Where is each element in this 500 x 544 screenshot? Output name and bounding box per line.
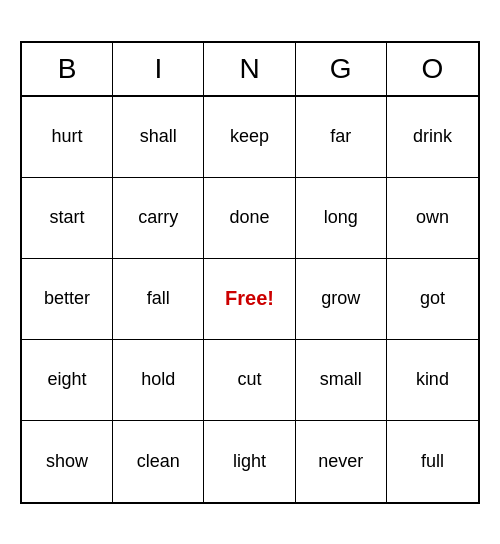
- header-letter: G: [296, 43, 387, 95]
- bingo-cell: small: [296, 340, 387, 420]
- header-letter: I: [113, 43, 204, 95]
- bingo-cell: better: [22, 259, 113, 339]
- bingo-cell: keep: [204, 97, 295, 177]
- bingo-body: hurtshallkeepfardrinkstartcarrydonelongo…: [22, 97, 478, 502]
- bingo-cell: full: [387, 421, 478, 502]
- header-letter: N: [204, 43, 295, 95]
- bingo-cell: carry: [113, 178, 204, 258]
- bingo-cell: far: [296, 97, 387, 177]
- bingo-cell: long: [296, 178, 387, 258]
- bingo-header: BINGO: [22, 43, 478, 97]
- bingo-row: betterfallFree!growgot: [22, 259, 478, 340]
- bingo-cell: hurt: [22, 97, 113, 177]
- bingo-row: startcarrydonelongown: [22, 178, 478, 259]
- bingo-cell: got: [387, 259, 478, 339]
- header-letter: O: [387, 43, 478, 95]
- bingo-cell: cut: [204, 340, 295, 420]
- free-space: Free!: [204, 259, 295, 339]
- bingo-cell: shall: [113, 97, 204, 177]
- bingo-cell: done: [204, 178, 295, 258]
- bingo-cell: show: [22, 421, 113, 502]
- bingo-cell: grow: [296, 259, 387, 339]
- bingo-cell: own: [387, 178, 478, 258]
- bingo-cell: start: [22, 178, 113, 258]
- bingo-cell: clean: [113, 421, 204, 502]
- bingo-cell: never: [296, 421, 387, 502]
- bingo-row: hurtshallkeepfardrink: [22, 97, 478, 178]
- bingo-cell: eight: [22, 340, 113, 420]
- bingo-cell: light: [204, 421, 295, 502]
- bingo-card: BINGO hurtshallkeepfardrinkstartcarrydon…: [20, 41, 480, 504]
- header-letter: B: [22, 43, 113, 95]
- bingo-row: showcleanlightneverfull: [22, 421, 478, 502]
- bingo-cell: fall: [113, 259, 204, 339]
- bingo-row: eightholdcutsmallkind: [22, 340, 478, 421]
- bingo-cell: hold: [113, 340, 204, 420]
- bingo-cell: drink: [387, 97, 478, 177]
- bingo-cell: kind: [387, 340, 478, 420]
